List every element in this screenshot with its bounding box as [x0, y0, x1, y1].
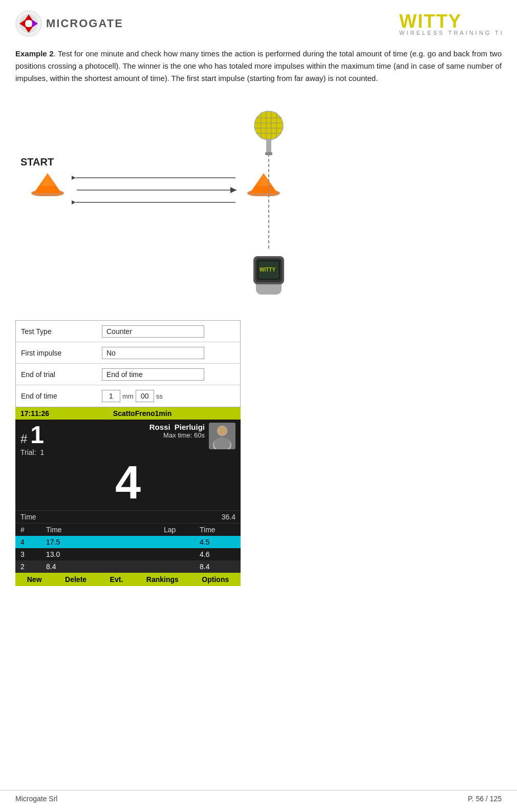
- row3-col2: 8.4: [46, 563, 164, 571]
- footer-company: Microgate Srl: [15, 795, 57, 803]
- row1-col1: 4: [20, 538, 46, 546]
- witty-device: WITTY: [248, 246, 289, 299]
- row2-col3: [164, 550, 200, 558]
- timer-row-3: 2 8.4 8.4: [15, 560, 241, 573]
- row2-col1: 3: [20, 550, 46, 558]
- timer-athlete-name: Rossi Pierluigi: [149, 423, 205, 431]
- end-of-time-label: End of time: [16, 389, 98, 403]
- row2-col4: 4.6: [200, 550, 235, 558]
- athlete-lastname: Rossi: [149, 423, 170, 431]
- timer-avatar: [209, 423, 235, 449]
- svg-marker-12: [40, 173, 55, 186]
- settings-row-end-of-time: End of time 1 mm 00 ss: [16, 385, 240, 407]
- svg-point-22: [254, 111, 283, 140]
- example-paragraph: Example 2. Test for one minute and check…: [15, 48, 502, 85]
- row1-col2: 17.5: [46, 538, 164, 546]
- svg-text:WITTY: WITTY: [260, 267, 275, 273]
- timer-row-2: 3 13.0 4.6: [15, 548, 241, 560]
- timer-hash-block: # 1 Trial: 1: [20, 423, 44, 456]
- settings-row-first-impulse: First impulse No: [16, 342, 240, 364]
- microgate-text: MICROGATE: [46, 17, 123, 30]
- witty-logo-icon: WITTY WIRELESS TRAINING TIMER: [399, 9, 502, 36]
- cone-right: [246, 171, 282, 198]
- timer-top-row: # 1 Trial: 1 Rossi Pierluigi Max tim: [15, 420, 241, 457]
- first-impulse-input[interactable]: No: [102, 347, 204, 359]
- row1-col3: [164, 538, 200, 546]
- timer-row-1: 4 17.5 4.5: [15, 536, 241, 548]
- timer-hash-number: 1: [30, 423, 44, 447]
- page-footer: Microgate Srl P. 56 / 125: [0, 790, 517, 803]
- trial-label: Trial:: [20, 448, 36, 456]
- btn-delete[interactable]: Delete: [65, 575, 87, 584]
- photocell-top: [251, 110, 287, 158]
- trial-number: 1: [40, 448, 44, 456]
- time-mm-input[interactable]: 1: [102, 390, 120, 402]
- btn-options[interactable]: Options: [202, 575, 229, 584]
- row3-col3: [164, 563, 200, 571]
- row1-col4: 4.5: [200, 538, 235, 546]
- panels-container: Test Type Counter First impulse No End o…: [15, 320, 502, 586]
- microgate-logo-icon: [15, 10, 42, 37]
- page-header: MICROGATE WITTY WIRELESS TRAINING TIMER: [0, 0, 517, 43]
- athlete-firstname: Pierluigi: [175, 423, 205, 431]
- timer-footer: New Delete Evt. Rankings Options: [15, 573, 241, 586]
- first-impulse-value: No: [98, 345, 240, 361]
- microgate-logo: MICROGATE: [15, 10, 123, 37]
- settings-row-test-type: Test Type Counter: [16, 321, 240, 342]
- test-type-label: Test Type: [16, 324, 98, 339]
- svg-point-42: [218, 426, 227, 435]
- time-row-value: 36.4: [222, 513, 235, 521]
- row2-col2: 13.0: [46, 550, 164, 558]
- ss-label: ss: [156, 392, 163, 400]
- time-ss-input[interactable]: 00: [136, 390, 154, 402]
- time-row-label: Time: [20, 513, 36, 521]
- col-hash: #: [20, 526, 46, 534]
- btn-evt[interactable]: Evt.: [110, 575, 123, 584]
- footer-page: P. 56 / 125: [468, 795, 502, 803]
- svg-rect-31: [266, 139, 271, 154]
- svg-point-7: [25, 20, 32, 27]
- mm-label: mm: [122, 392, 134, 400]
- end-of-trial-label: End of trial: [16, 367, 98, 382]
- cone-left: [30, 171, 66, 198]
- example-label: Example 2: [15, 49, 54, 58]
- dashed-line: [268, 154, 269, 248]
- end-of-time-value: 1 mm 00 ss: [98, 388, 240, 404]
- btn-rankings[interactable]: Rankings: [146, 575, 179, 584]
- arrow-3: [72, 199, 241, 206]
- col-lap: Lap: [164, 526, 200, 534]
- timer-hash-row: # 1: [20, 423, 44, 447]
- end-of-trial-value: End of time: [98, 366, 240, 383]
- timer-time-row: Time 36.4: [15, 510, 241, 523]
- settings-panel: Test Type Counter First impulse No End o…: [15, 320, 241, 407]
- timer-trial: Trial: 1: [20, 448, 44, 456]
- start-label: START: [20, 156, 54, 168]
- diagram-area: START: [15, 95, 348, 315]
- timer-hash-symbol: #: [20, 432, 27, 446]
- settings-row-end-of-trial: End of trial End of time: [16, 364, 240, 385]
- timer-athlete-info: Rossi Pierluigi Max time: 60s: [149, 423, 205, 439]
- example-text: . Test for one minute and check how many…: [15, 49, 502, 82]
- timer-table-header: # Time Lap Time: [15, 523, 241, 536]
- first-impulse-label: First impulse: [16, 346, 98, 360]
- timer-max-time: Max time: 60s: [149, 431, 205, 439]
- witty-logo: WITTY WIRELESS TRAINING TIMER: [399, 9, 502, 37]
- btn-new[interactable]: New: [27, 575, 42, 584]
- timer-session-name: ScattoFreno1min: [113, 409, 171, 418]
- timer-header-bar: 17:11:26 ScattoFreno1min: [15, 407, 241, 420]
- end-of-trial-input[interactable]: End of time: [102, 368, 204, 381]
- test-type-input[interactable]: Counter: [102, 325, 204, 338]
- svg-text:WITTY: WITTY: [399, 11, 462, 32]
- test-type-value: Counter: [98, 323, 240, 340]
- row3-col1: 2: [20, 563, 46, 571]
- arrows-container: [72, 174, 241, 206]
- timer-clock: 17:11:26: [20, 409, 49, 418]
- main-content: Example 2. Test for one minute and check…: [0, 43, 517, 586]
- timer-big-number: 4: [15, 457, 241, 510]
- svg-text:WIRELESS  TRAINING  TIMER: WIRELESS TRAINING TIMER: [399, 30, 502, 36]
- col-lap-time: Time: [200, 526, 235, 534]
- arrow-1: [72, 174, 241, 181]
- col-time: Time: [46, 526, 164, 534]
- arrow-2: [72, 186, 241, 194]
- row3-col4: 8.4: [200, 563, 235, 571]
